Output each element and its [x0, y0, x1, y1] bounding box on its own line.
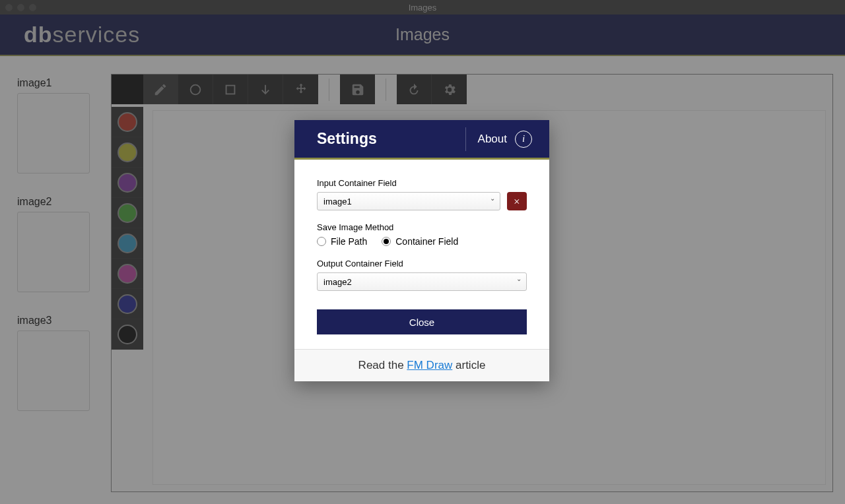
radio-label: Container Field [395, 236, 458, 247]
close-button[interactable]: Close [317, 309, 527, 334]
modal-header: Settings About i [294, 120, 549, 160]
about-link[interactable]: About i [465, 127, 532, 151]
output-container-select[interactable]: image2 ⌄ [317, 272, 527, 291]
modal-footer: Read the FM Draw article [294, 349, 549, 381]
about-label: About [478, 133, 507, 146]
footer-prefix: Read the [358, 359, 407, 371]
output-field-label: Output Container Field [317, 259, 527, 268]
close-icon [514, 198, 521, 205]
chevron-down-icon: ⌄ [516, 275, 522, 282]
modal-body: Input Container Field image1 ⌄ Save Imag… [294, 160, 549, 349]
radio-icon [317, 237, 326, 246]
output-container-value: image2 [323, 277, 352, 287]
method-label: Save Image Method [317, 222, 527, 232]
fm-draw-link[interactable]: FM Draw [407, 359, 452, 371]
modal-title: Settings [317, 130, 465, 148]
radio-file-path[interactable]: File Path [317, 236, 367, 247]
input-field-label: Input Container Field [317, 178, 527, 188]
radio-icon [382, 237, 391, 246]
input-container-value: image1 [323, 197, 352, 206]
footer-suffix: article [452, 359, 485, 371]
chevron-down-icon: ⌄ [490, 195, 495, 202]
save-method-radio-group: File Path Container Field [317, 236, 527, 247]
clear-input-button[interactable] [507, 192, 527, 210]
radio-container-field[interactable]: Container Field [382, 236, 458, 247]
input-container-select[interactable]: image1 ⌄ [317, 192, 500, 210]
radio-label: File Path [331, 236, 367, 247]
settings-modal: Settings About i Input Container Field i… [294, 120, 549, 381]
info-icon: i [515, 131, 532, 148]
